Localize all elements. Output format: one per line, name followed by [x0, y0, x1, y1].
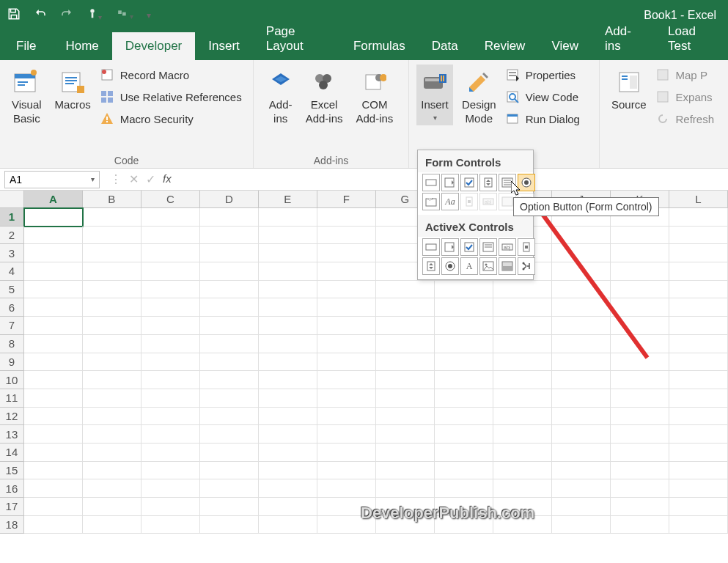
activex-combo-box-icon[interactable] [441, 238, 459, 256]
activex-label-icon[interactable]: A [460, 257, 478, 275]
tab-home[interactable]: Home [52, 32, 111, 60]
cell[interactable] [83, 444, 141, 462]
cell[interactable] [493, 479, 552, 498]
cell[interactable] [259, 425, 317, 444]
tab-data[interactable]: Data [419, 32, 471, 60]
row-header[interactable]: 4 [0, 262, 24, 281]
cell[interactable] [376, 335, 435, 353]
cell[interactable] [669, 353, 728, 372]
cell[interactable] [83, 208, 141, 227]
row-header[interactable]: 3 [0, 244, 24, 262]
cell[interactable] [376, 317, 435, 335]
form-label-icon[interactable]: Aa [441, 193, 459, 210]
cell[interactable] [611, 317, 669, 335]
cell[interactable] [200, 371, 259, 389]
cell[interactable] [493, 444, 552, 462]
cell[interactable] [141, 444, 200, 462]
row-header[interactable]: 6 [0, 298, 24, 317]
cell[interactable] [83, 389, 141, 408]
cell[interactable] [24, 425, 83, 444]
cell[interactable] [141, 371, 200, 389]
view-code-button[interactable]: View Code [505, 89, 580, 104]
cell[interactable] [83, 317, 141, 335]
cell[interactable] [552, 462, 611, 480]
cell[interactable] [83, 371, 141, 389]
cell[interactable] [611, 227, 669, 245]
cell[interactable] [141, 262, 200, 281]
cell[interactable] [259, 208, 317, 227]
cell[interactable] [435, 335, 493, 353]
cell[interactable] [200, 389, 259, 408]
cell[interactable] [200, 444, 259, 462]
form-group-box-icon[interactable]: xyz [422, 193, 440, 210]
cell[interactable] [24, 317, 83, 335]
cell[interactable] [200, 298, 259, 317]
cell[interactable] [24, 444, 83, 462]
cell[interactable] [611, 371, 669, 389]
cell[interactable] [669, 317, 728, 335]
cell[interactable] [669, 408, 728, 426]
cell[interactable] [552, 262, 611, 281]
activex-text-box-icon[interactable]: ab| [499, 238, 516, 256]
cell[interactable] [200, 516, 259, 534]
cell[interactable] [83, 281, 141, 299]
cell[interactable] [83, 244, 141, 262]
cell[interactable] [200, 353, 259, 372]
cell[interactable] [317, 244, 376, 262]
cell[interactable] [611, 498, 669, 516]
cell[interactable] [669, 208, 728, 227]
cell[interactable] [669, 262, 728, 281]
tab-review[interactable]: Review [471, 32, 539, 60]
cell[interactable] [435, 444, 493, 462]
cell[interactable] [141, 408, 200, 426]
cell[interactable] [552, 498, 611, 516]
cell[interactable] [141, 353, 200, 372]
cell[interactable] [24, 208, 83, 227]
cell[interactable] [24, 262, 83, 281]
cell[interactable] [611, 335, 669, 353]
cell[interactable] [317, 298, 376, 317]
row-header[interactable]: 1 [0, 208, 24, 227]
cell[interactable] [83, 498, 141, 516]
cell[interactable] [141, 208, 200, 227]
cell[interactable] [317, 371, 376, 389]
cell[interactable] [259, 498, 317, 516]
form-combo-box-icon[interactable] [441, 174, 459, 191]
cell[interactable] [669, 389, 728, 408]
cell[interactable] [200, 281, 259, 299]
com-addins-button[interactable]: COM Add-ins [352, 65, 398, 129]
tab-view[interactable]: View [538, 32, 592, 60]
cell[interactable] [317, 425, 376, 444]
cell[interactable] [669, 371, 728, 389]
cell[interactable] [493, 425, 552, 444]
cell[interactable] [669, 462, 728, 480]
cell[interactable] [669, 335, 728, 353]
cell[interactable] [200, 335, 259, 353]
cell[interactable] [259, 244, 317, 262]
cell[interactable] [83, 227, 141, 245]
cell[interactable] [552, 281, 611, 299]
cell[interactable] [259, 371, 317, 389]
cell[interactable] [259, 227, 317, 245]
col-header[interactable]: F [317, 191, 376, 207]
tab-add-ins[interactable]: Add-ins [592, 18, 655, 60]
map-properties-button[interactable]: Map P [655, 67, 715, 82]
cell[interactable] [493, 408, 552, 426]
cell[interactable] [24, 389, 83, 408]
cell[interactable] [317, 227, 376, 245]
cell[interactable] [200, 462, 259, 480]
cell[interactable] [259, 317, 317, 335]
cell[interactable] [200, 262, 259, 281]
cell[interactable] [493, 335, 552, 353]
visual-basic-button[interactable]: Visual Basic [7, 65, 46, 129]
cell[interactable] [259, 262, 317, 281]
activex-image-icon[interactable] [479, 257, 497, 275]
cell[interactable] [259, 516, 317, 534]
cell[interactable] [552, 227, 611, 245]
cell[interactable] [493, 462, 552, 480]
cell[interactable] [83, 516, 141, 534]
design-mode-button[interactable]: Design Mode [457, 65, 501, 129]
cell[interactable] [200, 227, 259, 245]
redo-icon[interactable] [60, 7, 73, 23]
cell[interactable] [493, 371, 552, 389]
